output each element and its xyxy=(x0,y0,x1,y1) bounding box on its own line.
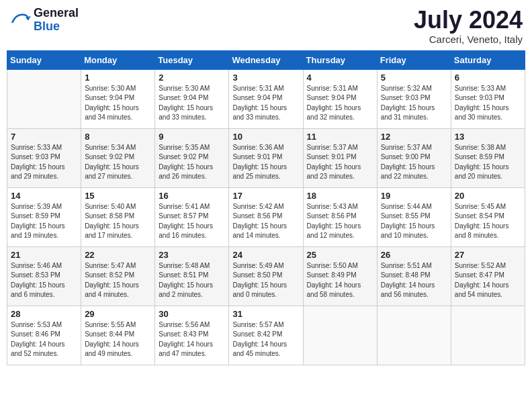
calendar-cell: 17Sunrise: 5:42 AMSunset: 8:56 PMDayligh… xyxy=(229,187,303,246)
day-number: 3 xyxy=(232,73,299,83)
column-header-saturday: Saturday xyxy=(451,50,525,69)
logo-icon xyxy=(9,9,31,31)
day-content: Sunrise: 5:45 AMSunset: 8:54 PMDaylight:… xyxy=(455,202,521,241)
column-header-monday: Monday xyxy=(81,50,155,69)
day-number: 30 xyxy=(159,309,225,319)
day-number: 8 xyxy=(85,132,151,142)
day-number: 22 xyxy=(85,250,151,260)
calendar-cell: 11Sunrise: 5:37 AMSunset: 9:01 PMDayligh… xyxy=(303,128,377,187)
calendar-cell: 26Sunrise: 5:51 AMSunset: 8:48 PMDayligh… xyxy=(377,246,451,306)
calendar-cell: 2Sunrise: 5:30 AMSunset: 9:04 PMDaylight… xyxy=(155,69,229,128)
day-content: Sunrise: 5:30 AMSunset: 9:04 PMDaylight:… xyxy=(85,84,151,123)
day-content: Sunrise: 5:49 AMSunset: 8:50 PMDaylight:… xyxy=(232,261,299,300)
day-content: Sunrise: 5:52 AMSunset: 8:47 PMDaylight:… xyxy=(455,261,521,300)
day-number: 6 xyxy=(455,73,521,83)
day-content: Sunrise: 5:50 AMSunset: 8:49 PMDaylight:… xyxy=(307,261,373,300)
day-content: Sunrise: 5:37 AMSunset: 9:00 PMDaylight:… xyxy=(381,143,447,182)
calendar-cell: 22Sunrise: 5:47 AMSunset: 8:52 PMDayligh… xyxy=(81,246,155,306)
calendar-cell: 31Sunrise: 5:57 AMSunset: 8:42 PMDayligh… xyxy=(229,306,303,365)
title-block: July 2024 Carceri, Veneto, Italy xyxy=(414,7,523,45)
calendar-cell: 27Sunrise: 5:52 AMSunset: 8:47 PMDayligh… xyxy=(451,246,525,306)
calendar-cell: 21Sunrise: 5:46 AMSunset: 8:53 PMDayligh… xyxy=(7,246,81,306)
calendar-cell: 12Sunrise: 5:37 AMSunset: 9:00 PMDayligh… xyxy=(377,128,451,187)
day-content: Sunrise: 5:47 AMSunset: 8:52 PMDaylight:… xyxy=(85,261,151,300)
day-content: Sunrise: 5:30 AMSunset: 9:04 PMDaylight:… xyxy=(159,84,225,123)
calendar-week-4: 21Sunrise: 5:46 AMSunset: 8:53 PMDayligh… xyxy=(7,246,525,306)
day-number: 21 xyxy=(11,250,77,260)
day-content: Sunrise: 5:46 AMSunset: 8:53 PMDaylight:… xyxy=(11,261,77,300)
day-number: 7 xyxy=(11,132,77,142)
page-header: General Blue July 2024 Carceri, Veneto, … xyxy=(7,7,525,45)
day-content: Sunrise: 5:51 AMSunset: 8:48 PMDaylight:… xyxy=(381,261,447,300)
day-content: Sunrise: 5:41 AMSunset: 8:57 PMDaylight:… xyxy=(159,202,225,241)
day-content: Sunrise: 5:40 AMSunset: 8:58 PMDaylight:… xyxy=(85,202,151,241)
day-number: 12 xyxy=(381,132,447,142)
day-number: 27 xyxy=(455,250,521,260)
day-number: 17 xyxy=(232,191,299,201)
month-year: July 2024 xyxy=(414,7,523,34)
day-content: Sunrise: 5:36 AMSunset: 9:01 PMDaylight:… xyxy=(232,143,299,182)
day-number: 26 xyxy=(381,250,447,260)
day-content: Sunrise: 5:55 AMSunset: 8:44 PMDaylight:… xyxy=(85,320,151,359)
calendar-cell: 29Sunrise: 5:55 AMSunset: 8:44 PMDayligh… xyxy=(81,306,155,365)
day-content: Sunrise: 5:42 AMSunset: 8:56 PMDaylight:… xyxy=(232,202,299,241)
logo-text: General Blue xyxy=(34,7,79,34)
calendar-cell xyxy=(451,306,525,365)
calendar-cell xyxy=(7,69,81,128)
day-number: 25 xyxy=(307,250,373,260)
day-content: Sunrise: 5:39 AMSunset: 8:59 PMDaylight:… xyxy=(11,202,77,241)
day-number: 20 xyxy=(455,191,521,201)
day-number: 1 xyxy=(85,73,151,83)
calendar-cell: 10Sunrise: 5:36 AMSunset: 9:01 PMDayligh… xyxy=(229,128,303,187)
calendar-cell xyxy=(377,306,451,365)
calendar-cell: 13Sunrise: 5:38 AMSunset: 8:59 PMDayligh… xyxy=(451,128,525,187)
calendar-week-5: 28Sunrise: 5:53 AMSunset: 8:46 PMDayligh… xyxy=(7,306,525,365)
day-content: Sunrise: 5:31 AMSunset: 9:04 PMDaylight:… xyxy=(307,84,373,123)
calendar-cell: 14Sunrise: 5:39 AMSunset: 8:59 PMDayligh… xyxy=(7,187,81,246)
day-number: 10 xyxy=(232,132,299,142)
calendar-cell: 24Sunrise: 5:49 AMSunset: 8:50 PMDayligh… xyxy=(229,246,303,306)
calendar-cell: 6Sunrise: 5:33 AMSunset: 9:03 PMDaylight… xyxy=(451,69,525,128)
location: Carceri, Veneto, Italy xyxy=(414,34,523,45)
day-content: Sunrise: 5:56 AMSunset: 8:43 PMDaylight:… xyxy=(159,320,225,359)
day-content: Sunrise: 5:34 AMSunset: 9:02 PMDaylight:… xyxy=(85,143,151,182)
logo-general: General xyxy=(34,7,79,20)
calendar-cell: 18Sunrise: 5:43 AMSunset: 8:56 PMDayligh… xyxy=(303,187,377,246)
calendar-week-3: 14Sunrise: 5:39 AMSunset: 8:59 PMDayligh… xyxy=(7,187,525,246)
calendar-cell: 16Sunrise: 5:41 AMSunset: 8:57 PMDayligh… xyxy=(155,187,229,246)
day-number: 24 xyxy=(232,250,299,260)
day-content: Sunrise: 5:35 AMSunset: 9:02 PMDaylight:… xyxy=(159,143,225,182)
day-number: 28 xyxy=(11,309,77,319)
calendar-cell: 1Sunrise: 5:30 AMSunset: 9:04 PMDaylight… xyxy=(81,69,155,128)
day-content: Sunrise: 5:43 AMSunset: 8:56 PMDaylight:… xyxy=(307,202,373,241)
day-content: Sunrise: 5:33 AMSunset: 9:03 PMDaylight:… xyxy=(11,143,77,182)
day-number: 18 xyxy=(307,191,373,201)
day-number: 5 xyxy=(381,73,447,83)
day-number: 4 xyxy=(307,73,373,83)
column-header-sunday: Sunday xyxy=(7,50,81,69)
calendar-cell: 25Sunrise: 5:50 AMSunset: 8:49 PMDayligh… xyxy=(303,246,377,306)
day-number: 15 xyxy=(85,191,151,201)
calendar-cell xyxy=(303,306,377,365)
day-content: Sunrise: 5:38 AMSunset: 8:59 PMDaylight:… xyxy=(455,143,521,182)
calendar-cell: 23Sunrise: 5:48 AMSunset: 8:51 PMDayligh… xyxy=(155,246,229,306)
day-number: 9 xyxy=(159,132,225,142)
calendar-cell: 7Sunrise: 5:33 AMSunset: 9:03 PMDaylight… xyxy=(7,128,81,187)
day-content: Sunrise: 5:33 AMSunset: 9:03 PMDaylight:… xyxy=(455,84,521,123)
day-number: 16 xyxy=(159,191,225,201)
calendar-cell: 28Sunrise: 5:53 AMSunset: 8:46 PMDayligh… xyxy=(7,306,81,365)
calendar-cell: 30Sunrise: 5:56 AMSunset: 8:43 PMDayligh… xyxy=(155,306,229,365)
day-content: Sunrise: 5:31 AMSunset: 9:04 PMDaylight:… xyxy=(232,84,299,123)
calendar-table: SundayMondayTuesdayWednesdayThursdayFrid… xyxy=(7,50,525,365)
calendar-header-row: SundayMondayTuesdayWednesdayThursdayFrid… xyxy=(7,50,525,69)
day-content: Sunrise: 5:57 AMSunset: 8:42 PMDaylight:… xyxy=(232,320,299,359)
logo: General Blue xyxy=(9,7,79,34)
day-number: 13 xyxy=(455,132,521,142)
calendar-cell: 8Sunrise: 5:34 AMSunset: 9:02 PMDaylight… xyxy=(81,128,155,187)
calendar-week-1: 1Sunrise: 5:30 AMSunset: 9:04 PMDaylight… xyxy=(7,69,525,128)
calendar-cell: 20Sunrise: 5:45 AMSunset: 8:54 PMDayligh… xyxy=(451,187,525,246)
logo-blue: Blue xyxy=(34,20,79,34)
day-number: 31 xyxy=(232,309,299,319)
day-number: 11 xyxy=(307,132,373,142)
calendar-cell: 4Sunrise: 5:31 AMSunset: 9:04 PMDaylight… xyxy=(303,69,377,128)
